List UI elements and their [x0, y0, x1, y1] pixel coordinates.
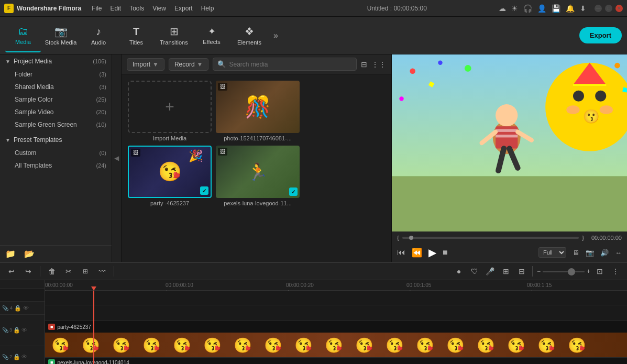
close-button[interactable]: ✕	[615, 5, 623, 12]
track3-eye-icon[interactable]: 👁	[21, 327, 27, 333]
emoji-17: 😘	[531, 333, 562, 358]
record-dropdown-icon: ▼	[197, 61, 203, 68]
sidebar-item-custom[interactable]: Custom (0)	[0, 147, 112, 159]
sidebar-item-shared-media[interactable]: Shared Media (3)	[0, 81, 112, 93]
track-2-content[interactable]: ■ pexels-luna-lovegood-1104014 🏃 🏃 🏃 🏃 🏃…	[45, 358, 627, 364]
more-options-icon[interactable]: ⋮	[609, 265, 622, 278]
track2-name: pexels-luna-lovegood-1104014	[57, 360, 129, 365]
filter-icon[interactable]: ⊟	[361, 60, 367, 69]
media-item-photo1[interactable]: 🎊 🖼 photo-15241170746081-...	[216, 81, 300, 141]
media-label: Media	[15, 39, 31, 45]
toolbar-effects[interactable]: ✦ Effects	[194, 19, 229, 52]
cut-button[interactable]: ✂	[62, 265, 75, 278]
zoom-out-icon[interactable]: −	[537, 268, 541, 275]
delete-clip-button[interactable]: 🗑	[46, 265, 58, 278]
menu-edit[interactable]: Edit	[110, 5, 121, 12]
media-item-pexels[interactable]: 🏃 🖼 ✓ pexels-luna-lovegood-11...	[216, 146, 300, 206]
track-3-content[interactable]: ■ party-4625237 😘 😘 😘 😘 😘 😘 😘 😘 😘	[45, 321, 627, 358]
media-grid: + Import Media 🎊 🖼 photo-15241170746081-…	[122, 74, 391, 262]
scene-split-icon[interactable]: ⊞	[500, 265, 512, 278]
audio-record-icon[interactable]: 🎤	[484, 265, 497, 278]
grid-view-icon[interactable]: ⋮⋮	[371, 60, 386, 69]
maximize-button[interactable]: □	[605, 5, 612, 12]
media-item-party[interactable]: 😘 🎉 🖼 ✓ party -4625237	[128, 146, 212, 206]
minimize-button[interactable]: —	[595, 5, 602, 12]
menu-export[interactable]: Export	[174, 5, 193, 12]
display-mode-icon[interactable]: 🖥	[573, 249, 579, 257]
transitions-icon: ⊞	[170, 25, 179, 38]
preview-scrubber[interactable]	[402, 237, 579, 239]
menu-help[interactable]: Help	[201, 5, 214, 12]
search-input[interactable]	[229, 61, 352, 68]
toolbar-titles[interactable]: T Titles	[118, 19, 154, 52]
open-folder-icon[interactable]: 📂	[24, 249, 35, 259]
toolbar-elements[interactable]: ❖ Elements	[232, 19, 267, 52]
theme-icon[interactable]: ☀	[511, 4, 518, 13]
import-media-item[interactable]: + Import Media	[128, 81, 212, 141]
emoji-12: 😘	[379, 333, 410, 358]
save-icon[interactable]: 💾	[552, 4, 560, 13]
menu-file[interactable]: File	[92, 5, 102, 12]
export-button[interactable]: Export	[579, 27, 622, 43]
track2-lock-icon[interactable]: 🔒	[13, 354, 20, 360]
track4-eye-icon[interactable]: 👁	[23, 305, 29, 311]
redo-button[interactable]: ↪	[22, 265, 35, 278]
stop-button[interactable]: ■	[443, 248, 448, 257]
toolbar-stock-media[interactable]: 📷 Stock Media	[43, 19, 79, 52]
svg-rect-7	[496, 135, 518, 137]
account-icon[interactable]: 👤	[537, 4, 546, 13]
import-button[interactable]: Import ▼	[127, 58, 164, 71]
motion-track-icon[interactable]: ●	[453, 265, 465, 278]
sidebar-item-sample-color[interactable]: Sample Color (25)	[0, 93, 112, 106]
track2-snap-icon[interactable]: 📎	[2, 354, 8, 360]
sidebar-project-media[interactable]: ▼ Project Media (106)	[0, 54, 112, 68]
project-media-label: Project Media	[14, 58, 93, 65]
fullscreen-icon[interactable]: ↔	[615, 249, 622, 257]
timeline-zoom-slider[interactable]	[543, 271, 585, 272]
zoom-select[interactable]: Full 50% 25%	[538, 247, 566, 258]
track4-snap-icon[interactable]: 📎	[2, 305, 8, 311]
new-project-icon[interactable]: 📁	[5, 249, 16, 259]
menu-tools[interactable]: Tools	[129, 5, 144, 12]
sidebar-item-all-templates[interactable]: All Templates (24)	[0, 159, 112, 172]
stabilize-icon[interactable]: 🛡	[468, 265, 481, 278]
cloud-icon[interactable]: ☁	[499, 4, 506, 13]
sidebar-collapse-button[interactable]: ◀	[112, 54, 122, 262]
snapshot-icon[interactable]: 📷	[586, 249, 594, 257]
toolbar-media[interactable]: 🗂 Media	[5, 19, 41, 52]
track2-eye-icon[interactable]: 👁	[21, 354, 27, 360]
toolbar-more-button[interactable]: »	[269, 31, 282, 40]
emoji-11: 😘	[349, 333, 379, 358]
track4-lock-icon[interactable]: 🔒	[14, 305, 21, 312]
undo-button[interactable]: ↩	[5, 265, 18, 278]
menu-view[interactable]: View	[152, 5, 166, 12]
svg-point-14	[595, 91, 606, 102]
notification-icon[interactable]: 🔔	[566, 4, 575, 13]
timeline-labels: 📎 4 🔒 👁 📎 3 🔒 👁 📎 2 🔒 👁	[0, 280, 45, 364]
track3-snap-icon[interactable]: 📎	[2, 327, 8, 333]
party-type-icon: 🖼	[131, 149, 140, 157]
clip-speed-icon[interactable]: ⊟	[515, 265, 528, 278]
toolbar-transitions[interactable]: ⊞ Transitions	[156, 19, 192, 52]
svg-point-20	[410, 68, 415, 74]
sidebar-item-sample-green[interactable]: Sample Green Screen (10)	[0, 118, 112, 131]
import-media-box[interactable]: +	[128, 81, 212, 133]
zoom-in-icon[interactable]: +	[587, 268, 590, 275]
track3-lock-icon[interactable]: 🔒	[13, 327, 20, 334]
prev-frame-button[interactable]: ⏪	[412, 248, 422, 258]
volume-icon[interactable]: 🔊	[600, 249, 609, 257]
record-button[interactable]: Record ▼	[169, 58, 209, 71]
sidebar-item-sample-video[interactable]: Sample Video (20)	[0, 106, 112, 118]
download-icon[interactable]: ⬇	[580, 4, 586, 13]
clip-settings-button[interactable]: ⊞	[79, 265, 92, 278]
headphone-icon[interactable]: 🎧	[523, 4, 532, 13]
prev-track-button[interactable]: ⏮	[397, 248, 405, 257]
track-4-content[interactable]	[45, 305, 627, 321]
sidebar-item-folder[interactable]: Folder (3)	[0, 68, 112, 81]
toolbar-audio[interactable]: ♪ Audio	[81, 19, 116, 52]
sidebar-preset-templates[interactable]: ▼ Preset Templates	[0, 133, 112, 147]
timeline: ↩ ↪ 🗑 ✂ ⊞ 〰 ● 🛡 🎤 ⊞ ⊟ − + ⊡ ⋮	[0, 262, 627, 364]
play-button[interactable]: ▶	[428, 246, 436, 259]
fit-to-window-icon[interactable]: ⊡	[593, 265, 606, 278]
audio-wave-button[interactable]: 〰	[96, 265, 108, 278]
